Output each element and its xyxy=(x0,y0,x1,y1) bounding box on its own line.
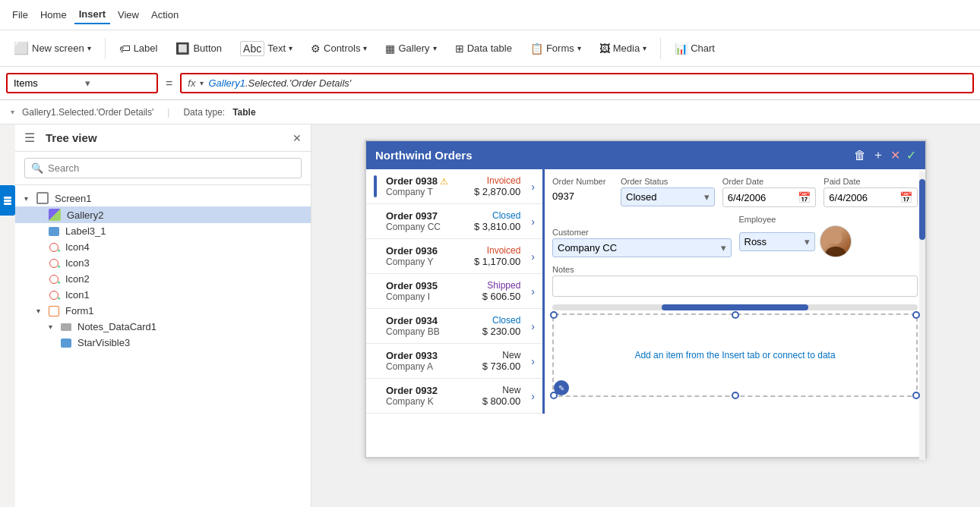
item-0936-company: Company Y xyxy=(386,257,469,267)
menu-insert[interactable]: Insert xyxy=(74,5,110,24)
order-date-label: Order Date xyxy=(722,177,817,186)
sidebar-item-label3[interactable]: Label3_1 xyxy=(15,223,311,239)
sidebar-item-starvisible3[interactable]: StarVisible3 xyxy=(15,335,311,351)
media-icon: 🖼 xyxy=(599,43,610,55)
gallery-item-0932[interactable]: Order 0932 Company K New $ 800.00 › xyxy=(366,379,542,414)
text-chevron-icon: ▾ xyxy=(289,44,292,52)
order-status-select[interactable]: Closed ▾ xyxy=(621,187,715,206)
spacer-0936 xyxy=(374,245,377,267)
item-0936-arrow[interactable]: › xyxy=(528,250,535,263)
icon1-label: Icon1 xyxy=(65,289,90,301)
item-0935-arrow[interactable]: › xyxy=(528,285,535,298)
search-input[interactable] xyxy=(48,162,295,174)
item-0933-order: Order 0933 xyxy=(386,350,478,361)
item-0936-right: Invoiced $ 1,170.00 xyxy=(474,245,520,267)
customer-chevron-icon: ▾ xyxy=(721,242,726,254)
label3-pencil-icon xyxy=(49,227,59,236)
resize-handle-bm[interactable] xyxy=(732,392,739,399)
data-table-button[interactable]: ⊞ Data table xyxy=(447,39,520,58)
sidebar-item-screen1[interactable]: ▾ Screen1 xyxy=(15,190,311,206)
menu-file[interactable]: File xyxy=(8,6,33,24)
resize-handle-tr[interactable] xyxy=(912,311,920,319)
form-row-3: Notes xyxy=(552,265,918,297)
item-0938-order: Order 0938 ⚠ xyxy=(386,175,469,187)
item-0934-arrow[interactable]: › xyxy=(528,320,535,332)
order-date-input[interactable]: 6/4/2006 📅 xyxy=(722,187,817,207)
button-button[interactable]: 🔲 Button xyxy=(168,39,229,58)
avatar-svg xyxy=(820,225,851,257)
chevron-right-0933-icon: › xyxy=(531,355,535,367)
sidebar-item-icon3[interactable]: + Icon3 xyxy=(15,255,311,271)
chevron-right-0938-icon: › xyxy=(531,181,535,193)
sidebar-close-icon[interactable]: ✕ xyxy=(292,132,302,144)
menu-view[interactable]: View xyxy=(113,6,144,24)
customer-select[interactable]: Company CC ▾ xyxy=(552,238,732,257)
menu-home[interactable]: Home xyxy=(36,6,71,24)
item-0932-company: Company K xyxy=(386,396,478,407)
gallery-item-0938[interactable]: Order 0938 ⚠ Company T Invoiced $ 2,870.… xyxy=(366,169,542,204)
menu-action[interactable]: Action xyxy=(147,6,183,24)
resize-handle-tm[interactable] xyxy=(732,311,739,319)
order-status-value: Closed xyxy=(626,191,656,203)
employee-row: Ross ▾ xyxy=(739,225,918,257)
resize-handle-tl[interactable] xyxy=(550,311,558,319)
sidebar-item-icon2[interactable]: + Icon2 xyxy=(15,271,311,287)
sidebar-item-form1[interactable]: ▾ Form1 xyxy=(15,303,311,319)
gallery-item-0934[interactable]: Order 0934 Company BB Closed $ 230.00 › xyxy=(366,309,542,344)
formula-input-box[interactable]: fx ▾ Gallery1.Selected.'Order Details' xyxy=(180,73,974,93)
item-0934-price: $ 230.00 xyxy=(482,326,521,337)
employee-chevron-icon: ▾ xyxy=(805,236,810,247)
notes-chevron-icon: ▾ xyxy=(49,323,58,331)
resize-handle-bl[interactable] xyxy=(550,392,558,399)
main-layout: ☰ Tree view ✕ 🔍 ▾ Screen1 xyxy=(0,124,980,507)
layers-icon[interactable] xyxy=(0,185,15,216)
employee-avatar xyxy=(820,225,852,257)
forms-button[interactable]: 📋 Forms ▾ xyxy=(523,39,589,58)
gallery-item-0935[interactable]: Order 0935 Company I Shipped $ 606.50 › xyxy=(366,274,542,309)
item-0935-order: Order 0935 xyxy=(386,280,478,291)
label-button[interactable]: 🏷 Label xyxy=(112,39,166,58)
toolbar: ⬜ New screen ▾ 🏷 Label 🔲 Button Abc Text… xyxy=(0,30,980,67)
item-0937-arrow[interactable]: › xyxy=(528,216,535,228)
controls-button[interactable]: ⚙ Controls ▾ xyxy=(303,39,375,58)
sidebar-item-icon1[interactable]: + Icon1 xyxy=(15,287,311,303)
hamburger-icon[interactable]: ☰ xyxy=(24,131,35,145)
item-0932-arrow[interactable]: › xyxy=(528,390,535,402)
employee-label: Employee xyxy=(739,215,918,224)
form1-icon xyxy=(49,306,59,316)
screen-icon xyxy=(36,192,49,204)
property-dropdown[interactable]: Items ▾ xyxy=(6,73,158,93)
check-button[interactable]: ✓ xyxy=(906,147,916,163)
sidebar-item-icon4[interactable]: + Icon4 xyxy=(15,239,311,255)
form-row-2: Customer Company CC ▾ Employee Ross xyxy=(552,215,918,257)
gallery-item-0936[interactable]: Order 0936 Company Y Invoiced $ 1,170.00… xyxy=(366,239,542,274)
media-button[interactable]: 🖼 Media ▾ xyxy=(592,39,654,58)
sidebar-item-notes-datacard[interactable]: ▾ Notes_DataCard1 xyxy=(15,319,311,335)
paid-date-input[interactable]: 6/4/2006 📅 xyxy=(824,187,918,207)
trash-button[interactable]: 🗑 xyxy=(854,147,866,163)
employee-select[interactable]: Ross ▾ xyxy=(739,232,815,251)
form-scrollbar-h[interactable] xyxy=(552,304,918,310)
item-0938-arrow[interactable]: › xyxy=(528,181,535,193)
close-button[interactable]: ✕ xyxy=(890,147,900,163)
new-screen-button[interactable]: ⬜ New screen ▾ xyxy=(6,38,99,58)
add-item-area: ✎ Add an item from the Insert tab or con… xyxy=(552,313,918,397)
form-scroll-thumb-h xyxy=(662,304,808,310)
item-0935-company: Company I xyxy=(386,291,478,302)
data-table-icon: ⊞ xyxy=(455,43,464,55)
add-button[interactable]: ＋ xyxy=(872,147,884,163)
notes-input[interactable] xyxy=(552,276,918,297)
suggestion-chevron-icon: ▾ xyxy=(11,108,14,116)
item-0933-arrow[interactable]: › xyxy=(528,355,535,367)
gallery-item-0937[interactable]: Order 0937 Company CC Closed $ 3,810.00 … xyxy=(366,204,542,239)
sidebar-item-gallery2[interactable]: Gallery2 xyxy=(15,206,311,223)
search-icon: 🔍 xyxy=(31,162,43,174)
spacer-0937 xyxy=(374,210,377,232)
resize-handle-br[interactable] xyxy=(912,392,920,399)
chart-button[interactable]: 📊 Chart xyxy=(667,39,722,58)
gallery-item-0933[interactable]: Order 0933 Company A New $ 736.00 › xyxy=(366,344,542,379)
item-0938-right: Invoiced $ 2,870.00 xyxy=(474,175,520,197)
text-button[interactable]: Abc Text ▾ xyxy=(232,38,300,59)
suggestion-separator: | xyxy=(167,107,169,118)
gallery-button[interactable]: ▦ Gallery ▾ xyxy=(378,39,444,58)
